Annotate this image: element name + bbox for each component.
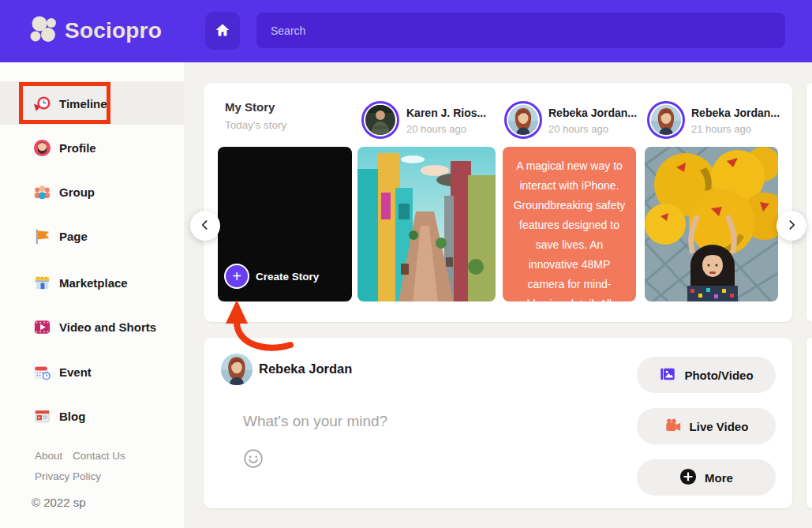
sidebar-item-label: Marketplace — [59, 276, 128, 290]
more-label: More — [705, 471, 733, 485]
sidebar-item-page[interactable]: Page — [33, 225, 88, 247]
sidebar-item-label: Timeline — [59, 97, 107, 110]
my-story-subtitle: Today's story — [225, 119, 286, 131]
brand-logo[interactable]: Sociopro — [28, 14, 162, 47]
sidebar-item-video-and-shorts[interactable]: Video and Shorts — [33, 316, 156, 338]
story-time: 20 hours ago — [548, 123, 608, 135]
composer-user-avatar[interactable] — [221, 354, 253, 385]
live-video-camera-icon — [664, 417, 682, 436]
create-story-plus-button[interactable]: + — [224, 264, 249, 289]
sidebar-item-label: Video and Shorts — [59, 320, 156, 334]
story-avatar-rebeka[interactable] — [647, 101, 685, 139]
user-avatar-icon — [33, 139, 51, 157]
sidebar-item-group[interactable]: Group — [33, 181, 95, 203]
photo-video-button[interactable]: Photo/Video — [637, 357, 776, 393]
home-icon — [215, 22, 230, 40]
story-avatar-karen[interactable] — [361, 101, 399, 139]
webpage-icon — [33, 407, 51, 425]
history-clock-icon — [33, 95, 51, 113]
story-user-name[interactable]: Rebeka Jordan... — [691, 107, 780, 119]
brand-name: Sociopro — [65, 18, 162, 43]
post-text-input[interactable] — [243, 407, 574, 436]
footer-link-about[interactable]: About — [35, 450, 62, 462]
sidebar-item-label: Group — [59, 185, 95, 199]
storefront-icon — [33, 274, 51, 292]
copyright-text: © 2022 sp — [32, 496, 86, 509]
story-time: 21 hours ago — [691, 123, 751, 135]
video-film-icon — [33, 318, 51, 336]
photo-icon — [659, 365, 676, 385]
sidebar-item-profile[interactable]: Profile — [33, 137, 96, 159]
story-avatar-rebeka[interactable] — [504, 101, 542, 139]
app-header: Sociopro — [0, 0, 812, 62]
next-column-peek — [806, 83, 812, 322]
sidebar-item-marketplace[interactable]: Marketplace — [33, 271, 128, 294]
create-story-card[interactable]: + Create Story — [218, 147, 352, 301]
sidebar-item-timeline[interactable]: Timeline — [33, 92, 107, 114]
sidebar-item-label: Profile — [59, 141, 96, 155]
home-button[interactable] — [205, 12, 240, 50]
story-text-content: A magical new way to interact with iPhon… — [503, 147, 636, 301]
more-button[interactable]: More — [637, 459, 776, 496]
story-user-name[interactable]: Karen J. Rios... — [406, 107, 486, 119]
live-video-label: Live Video — [690, 420, 749, 433]
orange-flag-icon — [33, 227, 51, 245]
people-group-icon — [33, 183, 51, 201]
story-card-text[interactable]: A magical new way to interact with iPhon… — [503, 147, 636, 301]
sociopro-logo-icon — [28, 14, 58, 47]
chevron-right-icon — [785, 219, 798, 234]
story-time: 20 hours ago — [406, 123, 466, 135]
photo-video-label: Photo/Video — [684, 369, 753, 382]
carousel-next-button[interactable] — [776, 211, 806, 241]
sidebar-item-label: Blog — [59, 410, 85, 423]
post-composer: Rebeka Jordan Photo/Video Live Video Mor… — [204, 338, 792, 508]
story-card-street-photo[interactable] — [357, 147, 496, 301]
story-user-name[interactable]: Rebeka Jordan... — [548, 107, 637, 119]
calendar-clock-icon — [33, 363, 51, 381]
sidebar-item-blog[interactable]: Blog — [33, 405, 85, 427]
carousel-previous-button[interactable] — [190, 211, 220, 241]
emoji-smiley-icon[interactable] — [243, 448, 264, 469]
footer-link-contact-us[interactable]: Contact Us — [73, 450, 125, 462]
plus-circle-icon — [679, 468, 697, 488]
sidebar-item-label: Event — [59, 365, 92, 379]
sidebar: Timeline Profile Group Page Marketplace … — [0, 62, 184, 528]
create-story-label: Create Story — [256, 271, 319, 283]
next-column-peek — [806, 338, 812, 508]
search-input[interactable] — [256, 13, 785, 48]
composer-user-name: Rebeka Jordan — [259, 361, 352, 376]
sidebar-item-label: Page — [59, 230, 88, 243]
my-story-title: My Story — [225, 100, 275, 114]
chevron-left-icon — [199, 219, 211, 234]
footer-link-privacy-policy[interactable]: Privacy Policy — [35, 470, 101, 482]
sidebar-item-event[interactable]: Event — [33, 361, 92, 383]
stories-section: My Story Today's story Karen J. Rios... … — [204, 83, 792, 322]
story-card-balloons-photo[interactable] — [645, 147, 778, 301]
live-video-button[interactable]: Live Video — [637, 408, 776, 444]
